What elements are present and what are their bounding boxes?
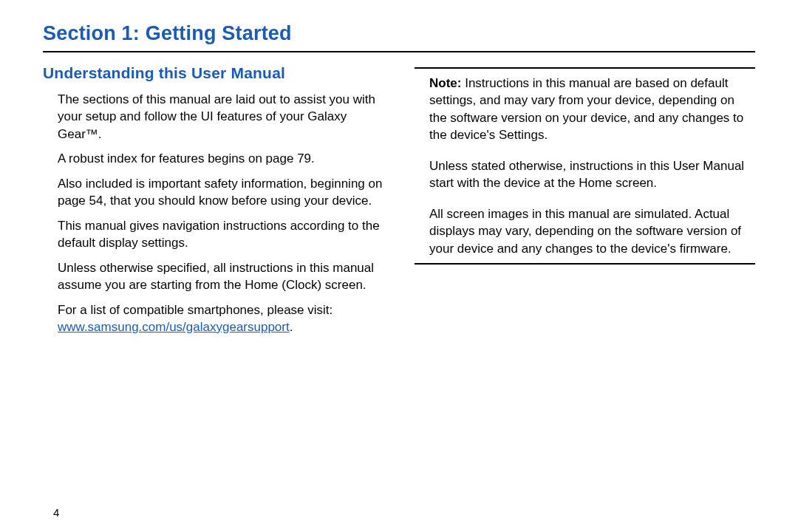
note-text: Instructions in this manual are based on… [429, 76, 743, 142]
note-block: Note: Instructions in this manual are ba… [429, 75, 755, 257]
paragraph: Unless otherwise specified, all instruct… [58, 259, 383, 294]
note-paragraph: Note: Instructions in this manual are ba… [429, 75, 755, 144]
section-title: Section 1: Getting Started [43, 22, 755, 51]
sub-title: Understanding this User Manual [43, 64, 383, 82]
note-divider-top [415, 67, 755, 69]
note-divider-bottom [415, 263, 755, 265]
paragraph: Also included is important safety inform… [58, 175, 383, 210]
section-divider [43, 51, 755, 52]
paragraph-text: For a list of compatible smartphones, pl… [58, 303, 332, 317]
paragraph: The sections of this manual are laid out… [58, 91, 383, 143]
support-link[interactable]: www.samsung.com/us/galaxygearsupport [58, 320, 290, 334]
content-columns: Understanding this User Manual The secti… [43, 64, 755, 343]
paragraph: For a list of compatible smartphones, pl… [58, 301, 383, 336]
paragraph-text: . [290, 320, 293, 334]
page-number: 4 [53, 506, 59, 519]
note-paragraph: Unless stated otherwise, instructions in… [429, 157, 755, 192]
paragraph: A robust index for features begins on pa… [58, 150, 383, 167]
paragraph: This manual gives navigation instruction… [58, 217, 383, 252]
right-column: Note: Instructions in this manual are ba… [415, 64, 755, 343]
note-paragraph: All screen images in this manual are sim… [429, 205, 755, 257]
note-label: Note: [429, 76, 461, 90]
left-column: Understanding this User Manual The secti… [43, 64, 383, 343]
